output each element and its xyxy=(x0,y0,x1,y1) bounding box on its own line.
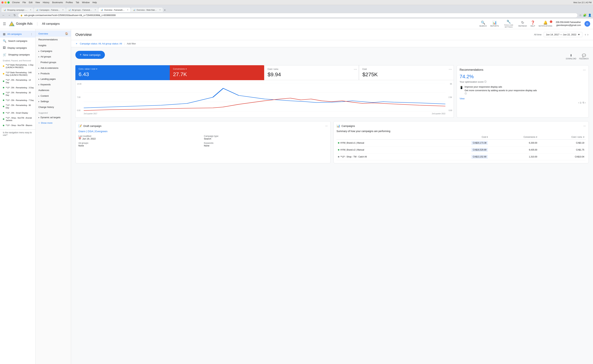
refresh-button[interactable]: ↻ xyxy=(13,13,17,17)
sidebar-item-search[interactable]: 🔍 Search campaigns xyxy=(0,38,35,45)
second-nav-keywords[interactable]: ▸ Keywords xyxy=(36,82,71,87)
sidebar-item-all-campaigns[interactable]: ▦ All campaigns ⋮ xyxy=(0,31,35,38)
tab-close-icon[interactable]: ✕ xyxy=(159,9,161,11)
fullscreen-button[interactable] xyxy=(7,1,10,4)
second-nav-landing-pages[interactable]: ▸ Landing pages xyxy=(36,76,71,82)
next-rec-icon[interactable]: › xyxy=(585,101,586,104)
sidebar-campaign-6[interactable]: **LP - DN - Remarketing - 90 Day xyxy=(0,103,35,110)
extensions-icon[interactable]: 🧩 xyxy=(583,13,586,17)
metric-card-conversions[interactable]: Conversions ▾ 27.7K xyxy=(170,65,264,80)
user-avatar[interactable]: G xyxy=(585,21,590,27)
second-nav-campaigns[interactable]: ▸ Campaigns xyxy=(36,48,71,54)
address-bar[interactable]: 🔒 ads.google.com/aw/overview?ocid=225060… xyxy=(18,13,578,18)
tab-close-icon[interactable]: ✕ xyxy=(62,9,64,11)
menu-help[interactable]: Help xyxy=(92,1,97,4)
table-row[interactable]: **LP - Shop - TM - Catch All CA$13,152.9… xyxy=(337,153,586,160)
more-options-icon[interactable]: ⋯ xyxy=(354,67,357,71)
col-header-cost-conv[interactable]: Cost / conv. ▾ xyxy=(539,135,586,140)
col-header-conversions[interactable]: Conversions ▾ xyxy=(489,135,539,140)
add-filter-button[interactable]: Add filter xyxy=(127,42,136,45)
help-btn[interactable]: ❓ HELP xyxy=(530,20,535,27)
minimize-button[interactable] xyxy=(4,1,7,4)
date-range-button[interactable]: Jun 14, 2017 — Jun 22, 2022 ▼ xyxy=(544,32,582,37)
col-header-cost[interactable]: Cost ▾ xyxy=(431,135,489,140)
second-nav-products[interactable]: ▸ Products xyxy=(36,71,71,76)
forward-button[interactable]: → xyxy=(7,13,11,17)
second-nav-overview[interactable]: Overview 🏠 xyxy=(36,31,71,37)
sidebar-campaign-1[interactable]: **LP Static Remarketing - 540 Day (LAUNC… xyxy=(0,70,35,78)
menu-bookmarks[interactable]: Bookmarks xyxy=(52,1,63,4)
prev-date-button[interactable]: ‹ xyxy=(585,32,586,37)
second-nav-product-groups[interactable]: Product groups xyxy=(36,59,71,65)
sidebar-campaign-0[interactable]: **LP Static Remarketing - 1 Day (LAUNCH … xyxy=(0,62,35,70)
sidebar-more-icon[interactable]: ⋮ xyxy=(30,33,33,35)
show-more-btn[interactable]: + Show more xyxy=(36,120,71,126)
sidebar-campaign-4[interactable]: **LP - DN - Remarketing - 30 Day xyxy=(0,90,35,98)
next-date-button[interactable]: › xyxy=(587,32,589,37)
mac-window-controls[interactable] xyxy=(1,1,10,4)
sidebar-campaign-5[interactable]: **LP - DN - Remarketing - 7 Day xyxy=(0,98,35,103)
menu-tab[interactable]: Tab xyxy=(76,1,79,4)
notifications-btn[interactable]: 🔔 NOTIFICATIONS 1 xyxy=(539,20,552,27)
rec-view-link[interactable]: View xyxy=(460,97,586,100)
reports-btn[interactable]: 📊 REPORTS xyxy=(490,20,499,27)
download-button[interactable]: ⬇ DOWNLOAD xyxy=(566,53,576,60)
second-nav-ads-extensions[interactable]: ▸ Ads & extensions xyxy=(36,65,71,71)
rec-more-icon[interactable]: ⋯ xyxy=(583,68,586,72)
campaigns-more-icon[interactable]: ⋯ xyxy=(583,125,586,127)
second-nav-dynamic-ad-targets[interactable]: ▸ Dynamic ad targets xyxy=(36,115,71,120)
metric-card-cost-conv[interactable]: Cost / conv. $9.94 ⋯ xyxy=(264,65,359,80)
table-row[interactable]: HYM | Brand.v2 | Manual CA$16,529.89 9,4… xyxy=(337,146,586,153)
menu-profiles[interactable]: Profiles xyxy=(66,1,73,4)
tab-close-icon[interactable]: ✕ xyxy=(95,9,96,11)
second-nav-audiences[interactable]: Audiences xyxy=(36,87,71,93)
tools-btn[interactable]: 🔧 TOOLS AND SETTINGS xyxy=(502,20,515,28)
search-topnav-btn[interactable]: 🔍 SEARCH xyxy=(479,20,487,27)
draft-campaign-link[interactable]: Giann | DSA | Evergreen xyxy=(78,130,328,133)
second-nav-recommendations[interactable]: Recommendations xyxy=(36,37,71,42)
second-nav-change-history[interactable]: Change history xyxy=(36,104,71,110)
feedback-button[interactable]: 💬 FEEDBACK xyxy=(579,53,589,60)
tab-overview-wabi[interactable]: 📊 Overview - Wabi Baby - Goo... ✕ xyxy=(131,8,163,12)
second-nav-settings[interactable]: ▸ Settings xyxy=(36,99,71,104)
tab-campaigns[interactable]: 📊 Campaigns - Fairweather - Go... ✕ xyxy=(34,8,66,12)
draft-more-icon[interactable]: ⋯ xyxy=(325,125,328,127)
close-button[interactable] xyxy=(1,1,4,4)
mac-menu-bar[interactable]: Chrome File Edit View History Bookmarks … xyxy=(12,1,97,4)
back-button[interactable]: ← xyxy=(1,13,6,17)
refresh-btn[interactable]: ↻ REFRESH xyxy=(518,20,527,27)
menu-file[interactable]: File xyxy=(23,1,26,4)
tab-overview-fairweather[interactable]: 📊 Overview - Fairweather - Go... ✕ xyxy=(98,8,130,12)
hamburger-menu[interactable]: ☰ xyxy=(3,22,6,26)
menu-view[interactable]: View xyxy=(35,1,40,4)
metric-card-conv-value[interactable]: Conv. value / cost ▾ 6.43 xyxy=(75,65,170,80)
table-row[interactable]: HYM | Brand.v1 | Manual CA$20,173.38 6,3… xyxy=(337,140,586,146)
filter-tag[interactable]: Campaign status: All; Ad group status: A… xyxy=(80,42,122,45)
second-nav-adgroups[interactable]: ▸ Ad groups xyxy=(36,54,71,59)
menu-edit[interactable]: Edit xyxy=(29,1,33,4)
sidebar-campaign-9[interactable]: **LP - Shop - NonTM - Blazers xyxy=(0,123,35,128)
tab-adgroups[interactable]: 📊 Ad groups - Fairweather - Go... ✕ xyxy=(66,8,98,12)
more-options-icon[interactable]: ⋯ xyxy=(449,67,452,71)
prev-rec-icon[interactable]: ‹ xyxy=(578,101,579,104)
second-nav-insights[interactable]: Insights xyxy=(36,42,71,48)
menu-chrome[interactable]: Chrome xyxy=(12,1,20,4)
bookmark-icon[interactable]: ☆ xyxy=(579,13,582,17)
metric-card-cost[interactable]: Cost $275K ⋯ xyxy=(359,65,454,80)
second-nav-content[interactable]: ▸ Content xyxy=(36,93,71,99)
new-campaign-button[interactable]: + New campaign xyxy=(75,51,105,59)
sidebar-item-display[interactable]: 🖼 Display campaigns xyxy=(0,45,35,51)
menu-window[interactable]: Window xyxy=(82,1,90,4)
menu-history[interactable]: History xyxy=(43,1,49,4)
new-tab-button[interactable]: + xyxy=(164,8,166,12)
sidebar-campaign-2[interactable]: **LP - DN - Remarketing - 14 Day xyxy=(0,78,35,85)
sidebar-campaign-7[interactable]: **LP - DN - Smart Display xyxy=(0,110,35,115)
tab-close-icon[interactable]: ✕ xyxy=(30,9,31,11)
profile-icon[interactable]: 👤 xyxy=(588,13,592,17)
sidebar-campaign-8[interactable]: **LP - Shop - NonTM - Anorak Jackets xyxy=(0,115,35,123)
tab-close-icon[interactable]: ✕ xyxy=(127,9,128,11)
sidebar-campaign-3[interactable]: **LP - DN - Remarketing - 3 Day xyxy=(0,85,35,90)
sidebar-item-shopping[interactable]: 🛒 Shopping campaigns xyxy=(0,51,35,58)
tab-shopping[interactable]: 📊 Shopping campaign - Fairwea... ✕ xyxy=(1,8,33,12)
product-groups-label: Product groups xyxy=(40,61,56,64)
